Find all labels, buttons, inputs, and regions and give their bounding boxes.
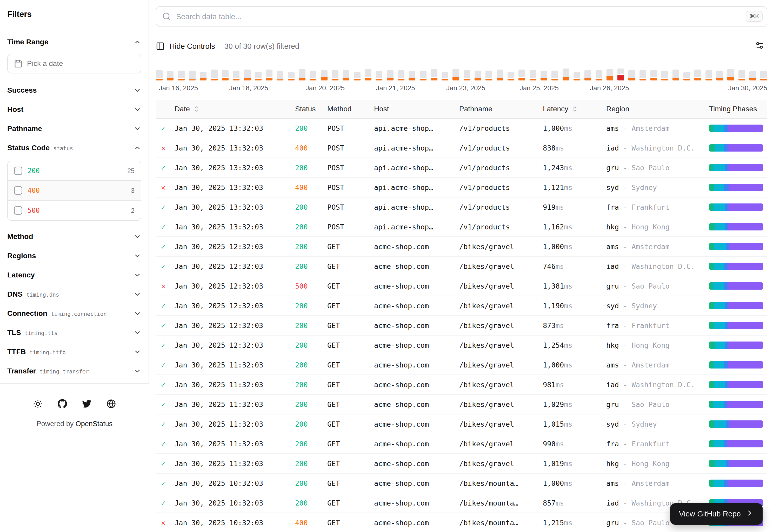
table-row[interactable]: ✓Jan 30, 2025 12:32:03200GETacme-shop.co… xyxy=(156,335,767,355)
chart-bar[interactable] xyxy=(640,70,646,80)
chart-bar[interactable] xyxy=(529,70,536,80)
filter-group-header-connection[interactable]: Connectiontiming.connection xyxy=(7,304,141,323)
filter-group-header-host[interactable]: Host xyxy=(7,100,141,119)
chart-bar[interactable] xyxy=(244,70,251,80)
chart-bar[interactable] xyxy=(420,71,426,80)
table-row[interactable]: ✓Jan 30, 2025 11:32:03200GETacme-shop.co… xyxy=(156,434,767,454)
chart-bar[interactable] xyxy=(673,70,679,80)
chart-bar[interactable] xyxy=(760,71,767,80)
filter-group-header-method[interactable]: Method xyxy=(7,227,141,246)
chart-bar[interactable] xyxy=(288,72,295,80)
chart-bar[interactable] xyxy=(497,70,503,80)
chart-bar[interactable] xyxy=(551,71,558,80)
col-latency[interactable]: Latency xyxy=(539,100,602,118)
table-row[interactable]: ✓Jan 30, 2025 13:32:03200POSTapi.acme-sh… xyxy=(156,158,767,178)
table-row[interactable]: ✓Jan 30, 2025 12:32:03200GETacme-shop.co… xyxy=(156,237,767,256)
table-row[interactable]: ✓Jan 30, 2025 13:32:03200POSTapi.acme-sh… xyxy=(156,197,767,217)
table-row[interactable]: ✓Jan 30, 2025 11:32:03200GETacme-shop.co… xyxy=(156,375,767,394)
table-row[interactable]: ✕Jan 30, 2025 13:32:03400POSTapi.acme-sh… xyxy=(156,178,767,197)
chart-bar[interactable] xyxy=(464,70,470,80)
chart-bar[interactable] xyxy=(716,71,723,80)
search-input[interactable] xyxy=(156,6,767,27)
table-row[interactable]: ✓Jan 30, 2025 11:32:03200GETacme-shop.co… xyxy=(156,454,767,473)
chart-bar[interactable] xyxy=(321,70,328,80)
chart-bar[interactable] xyxy=(727,69,734,80)
table-row[interactable]: ✓Jan 30, 2025 11:32:03200GETacme-shop.co… xyxy=(156,394,767,414)
chart-bar[interactable] xyxy=(562,69,569,80)
table-row[interactable]: ✓Jan 30, 2025 13:32:03200POSTapi.acme-sh… xyxy=(156,217,767,237)
chart-bar[interactable] xyxy=(343,70,349,80)
table-row[interactable]: ✕Jan 30, 2025 13:32:03400POSTapi.acme-sh… xyxy=(156,138,767,158)
chart-bar[interactable] xyxy=(365,69,371,80)
filter-group-header-status-code[interactable]: Status Codestatus xyxy=(7,138,141,158)
chart-bar[interactable] xyxy=(255,72,262,80)
table-row[interactable]: ✕Jan 30, 2025 12:32:03500GETacme-shop.co… xyxy=(156,276,767,296)
chart-bar[interactable] xyxy=(299,69,306,80)
chart-bar[interactable] xyxy=(518,70,525,80)
chart-bar[interactable] xyxy=(167,71,173,80)
filter-group-header-latency[interactable]: Latency xyxy=(7,265,141,285)
chart-bar[interactable] xyxy=(607,69,613,80)
filter-group-header-dns[interactable]: DNStiming.dns xyxy=(7,285,141,304)
chart-bar[interactable] xyxy=(156,70,162,80)
chart-bar[interactable] xyxy=(310,71,316,80)
status-filter-400[interactable]: 4003 xyxy=(8,181,141,201)
filter-group-header-pathname[interactable]: Pathname xyxy=(7,119,141,138)
chart-bar[interactable] xyxy=(573,72,580,80)
chart-bar[interactable] xyxy=(200,72,207,80)
chart-bar[interactable] xyxy=(596,70,602,80)
sort-icon[interactable] xyxy=(571,106,578,112)
chart-bar[interactable] xyxy=(222,70,229,80)
table-row[interactable]: ✓Jan 30, 2025 10:32:03200GETacme-shop.co… xyxy=(156,473,767,493)
chart-bar[interactable] xyxy=(661,71,668,80)
chart-bar[interactable] xyxy=(409,71,415,80)
chart-bar[interactable] xyxy=(431,69,437,80)
chart-bar[interactable] xyxy=(233,71,240,80)
twitter-icon[interactable] xyxy=(82,399,91,408)
chart-bar[interactable] xyxy=(628,70,635,80)
checkbox[interactable] xyxy=(14,206,22,215)
status-filter-200[interactable]: 20025 xyxy=(8,161,141,181)
chart-bar[interactable] xyxy=(398,70,404,80)
chart-bar[interactable] xyxy=(211,70,218,80)
filter-group-header-time-range[interactable]: Time Range xyxy=(7,32,141,52)
chart-bar[interactable] xyxy=(452,69,459,80)
chart-bar[interactable] xyxy=(277,71,283,80)
table-row[interactable]: ✓Jan 30, 2025 12:32:03200GETacme-shop.co… xyxy=(156,296,767,316)
chart-bar[interactable] xyxy=(540,71,547,80)
status-filter-500[interactable]: 5002 xyxy=(8,201,141,220)
checkbox[interactable] xyxy=(14,167,22,175)
filter-group-header-ttfb[interactable]: TTFBtiming.ttfb xyxy=(7,342,141,362)
chart-bar[interactable] xyxy=(387,70,394,80)
table-row[interactable]: ✓Jan 30, 2025 12:32:03200GETacme-shop.co… xyxy=(156,316,767,335)
chart-bar[interactable] xyxy=(651,70,657,80)
chart-bar[interactable] xyxy=(683,72,690,80)
chart-bar[interactable] xyxy=(738,70,745,80)
checkbox[interactable] xyxy=(14,186,22,195)
chart-bar[interactable] xyxy=(694,70,701,80)
table-row[interactable]: ✓Jan 30, 2025 11:32:03200GETacme-shop.co… xyxy=(156,355,767,375)
sort-icon[interactable] xyxy=(193,106,200,112)
chart-bar[interactable] xyxy=(749,71,756,80)
table-row[interactable]: ✓Jan 30, 2025 12:32:03200GETacme-shop.co… xyxy=(156,256,767,276)
filter-group-header-tls[interactable]: TLStiming.tls xyxy=(7,323,141,342)
sun-icon[interactable] xyxy=(33,399,43,408)
github-icon[interactable] xyxy=(58,399,67,408)
chart-bar[interactable] xyxy=(474,71,481,80)
chart-bar[interactable] xyxy=(354,72,361,80)
date-picker-button[interactable]: Pick a date xyxy=(7,54,141,73)
col-date[interactable]: Date xyxy=(170,100,291,118)
table-row[interactable]: ✓Jan 30, 2025 13:32:03200POSTapi.acme-sh… xyxy=(156,118,767,138)
table-row[interactable]: ✓Jan 30, 2025 11:32:03200GETacme-shop.co… xyxy=(156,414,767,434)
chart-bar[interactable] xyxy=(485,71,492,80)
chart-bar[interactable] xyxy=(618,69,624,80)
globe-icon[interactable] xyxy=(106,399,116,408)
chart-bar[interactable] xyxy=(178,71,185,80)
openstatus-link[interactable]: OpenStatus xyxy=(76,420,113,428)
filter-group-header-regions[interactable]: Regions xyxy=(7,246,141,265)
chart-bar[interactable] xyxy=(266,70,273,80)
view-github-repo-button[interactable]: View GitHub Repo xyxy=(670,503,763,525)
chart-bar[interactable] xyxy=(189,71,196,80)
chart-bar[interactable] xyxy=(376,71,382,80)
view-options-button[interactable] xyxy=(752,38,767,54)
